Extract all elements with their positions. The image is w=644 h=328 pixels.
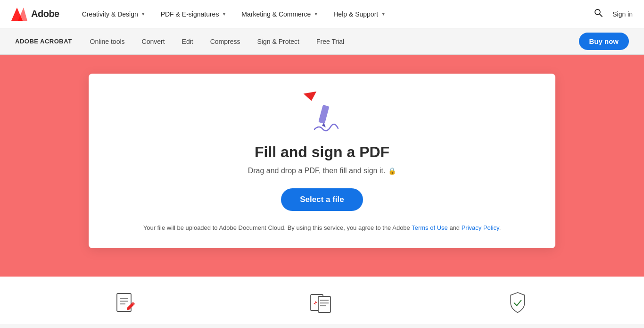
- svg-marker-5: [322, 123, 326, 127]
- svg-rect-4: [318, 105, 329, 124]
- subnav-edit[interactable]: Edit: [173, 28, 202, 55]
- chevron-down-icon: ▼: [141, 11, 146, 17]
- top-nav-links: Creativity & Design ▼ PDF & E-signatures…: [74, 0, 594, 28]
- select-file-button[interactable]: Select a file: [281, 188, 363, 211]
- hero-icon-area: [298, 93, 346, 135]
- shield-check-icon: [505, 292, 530, 314]
- subnav-sign-protect[interactable]: Sign & Protect: [249, 28, 308, 55]
- sign-in-link[interactable]: Sign in: [612, 10, 633, 18]
- nav-marketing-commerce[interactable]: Marketing & Commerce ▼: [234, 0, 326, 28]
- terms-of-use-link[interactable]: Terms of Use: [412, 224, 448, 231]
- nav-creativity-design[interactable]: Creativity & Design ▼: [74, 0, 153, 28]
- pen-signature-icon: [310, 101, 342, 133]
- lock-icon: 🔒: [388, 167, 396, 175]
- legal-text: Your file will be uploaded to Adobe Docu…: [143, 224, 501, 231]
- search-icon[interactable]: [594, 8, 603, 20]
- pen-triangle-icon: [304, 92, 318, 102]
- hero-subtitle: Drag and drop a PDF, then fill and sign …: [248, 167, 396, 175]
- features-strip: [0, 277, 644, 324]
- nav-pdf-esignatures[interactable]: PDF & E-signatures ▼: [153, 0, 234, 28]
- svg-rect-12: [318, 296, 330, 312]
- chevron-down-icon: ▼: [222, 11, 226, 17]
- subnav-compress[interactable]: Compress: [202, 28, 249, 55]
- svg-line-3: [600, 14, 602, 17]
- subnav-free-trial[interactable]: Free Trial: [308, 28, 353, 55]
- hero-title: Fill and sign a PDF: [255, 143, 389, 161]
- svg-marker-16: [314, 301, 317, 305]
- feature-convert: [270, 292, 374, 314]
- hero-card: Fill and sign a PDF Drag and drop a PDF,…: [89, 74, 555, 248]
- privacy-policy-link[interactable]: Privacy Policy: [462, 224, 499, 231]
- feature-security: [466, 292, 570, 314]
- top-nav-right: Sign in: [594, 8, 633, 20]
- hero-section: Fill and sign a PDF Drag and drop a PDF,…: [0, 55, 644, 277]
- feature-fill-sign: [74, 292, 178, 314]
- edit-doc-icon: [114, 292, 139, 314]
- chevron-down-icon: ▼: [314, 11, 318, 17]
- subnav-online-tools[interactable]: Online tools: [82, 28, 133, 55]
- top-navigation: Adobe Creativity & Design ▼ PDF & E-sign…: [0, 0, 644, 28]
- buy-now-button[interactable]: Buy now: [579, 33, 629, 50]
- sub-nav-brand: Adobe Acrobat: [15, 38, 82, 45]
- adobe-logo-link[interactable]: Adobe: [11, 8, 59, 21]
- sub-navigation: Adobe Acrobat Online tools Convert Edit …: [0, 28, 644, 55]
- svg-point-2: [595, 9, 600, 15]
- adobe-logo-icon: [11, 8, 27, 21]
- convert-doc-icon: [310, 292, 334, 314]
- adobe-wordmark: Adobe: [31, 8, 59, 19]
- nav-help-support[interactable]: Help & Support ▼: [326, 0, 393, 28]
- subnav-convert[interactable]: Convert: [133, 28, 173, 55]
- chevron-down-icon: ▼: [381, 11, 386, 17]
